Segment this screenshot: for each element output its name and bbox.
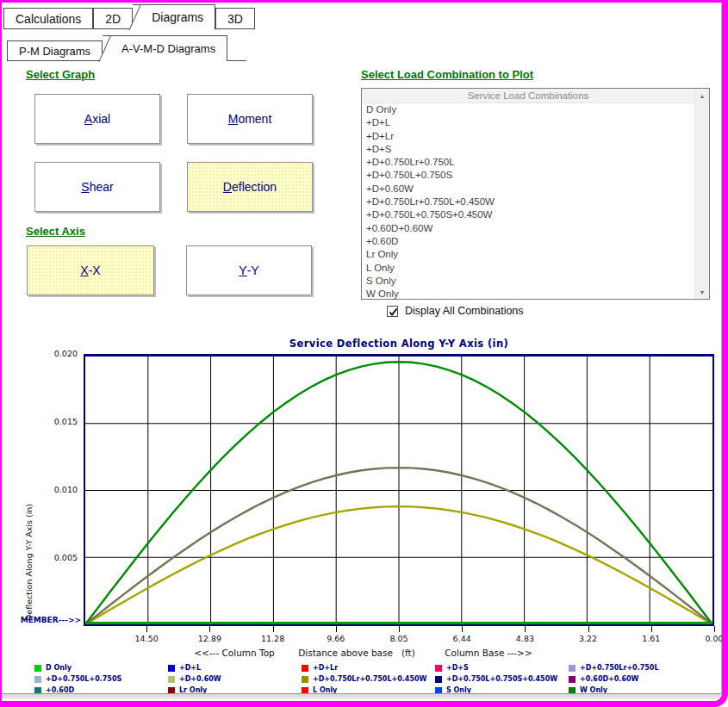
main-tab-strip: Calculations2DDiagrams3D (3, 4, 255, 29)
legend-label: +0.60D+0.60W (580, 675, 638, 683)
graph-button-group: AxialMomentShearDeflection (34, 94, 319, 212)
x-tick-label: 1.61 (630, 634, 673, 643)
x-tick-label: 11.28 (252, 634, 295, 643)
x-tick-label: 4.83 (503, 634, 546, 643)
window-frame: Calculations2DDiagrams3D P-M DiagramsA-V… (0, 0, 728, 707)
list-item[interactable]: +D+S (362, 143, 694, 156)
legend-label: D Only (46, 664, 72, 672)
subtab-label: A-V-M-D Diagrams (121, 42, 215, 55)
display-all-row: Display All Combinations (387, 305, 524, 317)
legend-label: +D+0.60W (179, 675, 221, 683)
legend-item-d-l: +D+L (168, 662, 302, 673)
legend-item-d-0-750lr-0-750l-0-450w: +D+0.750Lr+0.750L+0.450W (302, 673, 435, 685)
legend-item-d-0-750l-0-750s-0-450w: +D+0.750L+0.750S+0.450W (435, 673, 569, 685)
legend-label: +D+S (446, 664, 469, 672)
x-tick-label: 9.66 (314, 634, 358, 643)
list-item[interactable]: Lr Only (362, 248, 694, 261)
listbox-scrollbar[interactable]: ▲ ▼ (694, 89, 709, 299)
legend-label: +D+0.750Lr+0.750L+0.450W (313, 675, 426, 683)
checkmark-icon (389, 307, 398, 317)
deflection-plot-area (84, 354, 714, 626)
list-item[interactable]: +0.60D (362, 235, 694, 248)
x-x-button[interactable]: X-X (27, 245, 154, 295)
x-axis-caption: Column Base --->> (445, 648, 532, 658)
x-tick-mark (273, 626, 274, 632)
tab-2d[interactable]: 2D (93, 8, 133, 29)
legend-label: +D+0.750L+0.750S+0.450W (446, 675, 557, 683)
select-axis-heading: Select Axis (26, 225, 85, 238)
load-combination-heading: Select Load Combination to Plot (361, 68, 533, 81)
x-tick-mark (651, 626, 652, 632)
listbox-header: Service Load Combinations (362, 89, 694, 103)
x-tick-label: 6.44 (440, 634, 483, 643)
legend-item-d-0-750l-0-750s: +D+0.750L+0.750S (34, 673, 168, 685)
display-all-checkbox[interactable] (387, 306, 398, 317)
bottom-divider (2, 693, 721, 699)
moment-button[interactable]: Moment (187, 94, 313, 144)
x-tick-mark (209, 626, 210, 632)
legend-item-d-0-60w: +D+0.60W (168, 673, 302, 685)
list-item[interactable]: +D+L (362, 116, 694, 129)
subtab-p-m-diagrams[interactable]: P-M Diagrams (7, 40, 103, 61)
y-tick-label: 0.010 (41, 485, 78, 494)
tab-3d[interactable]: 3D (215, 8, 255, 29)
legend-swatch (569, 665, 576, 672)
list-item[interactable]: +D+0.750L+0.750S+0.450W (362, 208, 694, 221)
legend-item-0-60d-0-60w: +0.60D+0.60W (569, 673, 702, 685)
app-surface: Calculations2DDiagrams3D P-M DiagramsA-V… (2, 3, 722, 701)
list-item[interactable]: S Only (362, 275, 694, 288)
legend-item-d-only: D Only (34, 662, 168, 673)
list-item[interactable]: L Only (362, 262, 694, 275)
diagram-sub-tab-strip: P-M DiagramsA-V-M-D Diagrams (7, 35, 227, 61)
x-tick-label: 14.50 (125, 634, 168, 643)
x-tick-mark (525, 626, 526, 632)
legend-swatch (302, 665, 308, 672)
list-item[interactable]: +0.60D+0.60W (362, 222, 694, 235)
list-item[interactable]: +D+0.750Lr+0.750L+0.450W (362, 195, 694, 208)
tab-label: 3D (227, 12, 243, 26)
subtab-a-v-m-d-diagrams[interactable]: A-V-M-D Diagrams (103, 35, 227, 61)
list-item[interactable]: +D+0.750Lr+0.750L (362, 156, 694, 169)
x-tick-mark (399, 626, 400, 632)
tab-label: Diagrams (152, 10, 203, 24)
legend-item-d-0-750lr-0-750l: +D+0.750Lr+0.750L (569, 662, 702, 673)
legend-swatch (435, 665, 442, 672)
legend-swatch (34, 676, 41, 683)
y-y-button[interactable]: Y-Y (186, 245, 312, 295)
deflection-button[interactable]: Deflection (187, 162, 313, 212)
scroll-down-icon[interactable]: ▼ (695, 285, 709, 299)
list-item[interactable]: D Only (362, 103, 694, 116)
legend-label: +D+0.750Lr+0.750L (580, 664, 659, 672)
axial-button[interactable]: Axial (34, 94, 160, 144)
tab-calculations[interactable]: Calculations (3, 8, 93, 29)
chart-title: Service Deflection Along Y-Y Axis (in) (84, 338, 714, 350)
x-axis-caption: Distance above base (ft) (298, 648, 415, 658)
y-tick-label: 0.020 (41, 349, 78, 358)
legend-label: +D+Lr (313, 664, 338, 672)
x-tick-mark (588, 626, 589, 632)
x-tick-label: 12.89 (188, 634, 231, 643)
display-all-label: Display All Combinations (405, 305, 524, 317)
x-tick-mark (146, 626, 147, 632)
legend-swatch (168, 676, 175, 683)
list-item[interactable]: +D+Lr (362, 130, 694, 143)
x-tick-mark (714, 626, 715, 632)
listbox-items: D Only+D+L+D+Lr+D+S+D+0.750Lr+0.750L+D+0… (362, 103, 694, 299)
x-tick-mark (336, 626, 337, 632)
load-combination-listbox[interactable]: Service Load Combinations D Only+D+L+D+L… (361, 88, 710, 300)
legend-label: +D+L (179, 664, 201, 672)
list-item[interactable]: +D+0.60W (362, 183, 694, 195)
x-tick-mark (462, 626, 463, 632)
legend-label: +D+0.750L+0.750S (46, 675, 121, 683)
x-tick-label: 0.00 (693, 634, 728, 643)
legend-item-d-lr: +D+Lr (302, 662, 435, 673)
x-tick-label: 8.05 (377, 634, 420, 643)
subtab-label: P-M Diagrams (19, 45, 90, 58)
list-item[interactable]: +D+0.750L+0.750S (362, 169, 694, 182)
y-tick-label: 0.015 (41, 417, 78, 426)
shear-button[interactable]: Shear (34, 162, 160, 212)
scroll-up-icon[interactable]: ▲ (695, 89, 709, 102)
x-tick-label: 3.22 (567, 634, 610, 643)
list-item[interactable]: W Only (362, 288, 694, 299)
tab-diagrams[interactable]: Diagrams (133, 4, 215, 29)
